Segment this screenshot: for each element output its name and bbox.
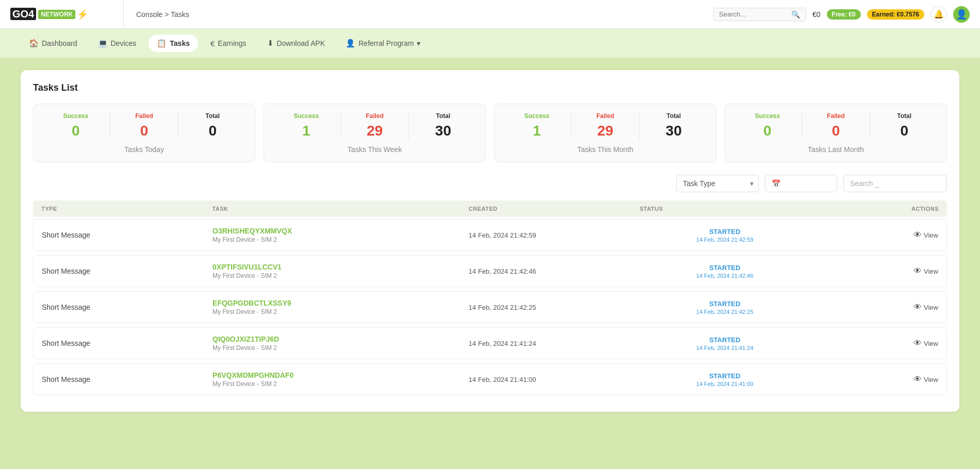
table-row: Short Message P6VQXMDMPGHNDAF0 My First …: [33, 363, 947, 395]
main-content: Tasks List Success 0 Failed 0 Total 0 Ta…: [0, 58, 980, 424]
row-actions-1: 👁 View: [810, 266, 938, 276]
table-header: TYPE TASK CREATED STATUS ACTIONS: [33, 200, 947, 217]
eye-icon: 👁: [913, 230, 922, 240]
row-status-1: STARTED 14 Feb, 2024 21:42:46: [640, 264, 810, 279]
view-button-4[interactable]: 👁 View: [913, 375, 938, 384]
header-search-box[interactable]: 🔍: [713, 8, 806, 21]
task-type-select[interactable]: Task Type Short Message Voice Call: [676, 175, 759, 192]
nav-referral-label: Referral Program: [358, 39, 414, 47]
eye-icon: 👁: [913, 266, 922, 276]
table-body: Short Message O3RHISHEQYXMMVQX My First …: [33, 219, 947, 395]
row-actions-3: 👁 View: [810, 339, 938, 348]
row-created-1: 14 Feb, 2024 21:42:46: [469, 267, 640, 275]
nav-earnings-label: Earnings: [218, 39, 246, 47]
view-label-4: View: [924, 376, 938, 383]
row-created-0: 14 Feb, 2024 21:42:59: [469, 231, 640, 239]
row-created-3: 14 Feb, 2024 21:41:24: [469, 340, 640, 347]
stat-period-this-week: Tasks This Week: [272, 145, 477, 154]
referral-icon: 👤: [346, 39, 355, 48]
chevron-down-icon: ▾: [417, 39, 420, 47]
row-actions-2: 👁 View: [810, 303, 938, 312]
tasks-card: Tasks List Success 0 Failed 0 Total 0 Ta…: [21, 70, 959, 412]
page-title: Tasks List: [33, 82, 947, 93]
stat-failed-today: Failed 0: [110, 112, 179, 139]
eye-icon: 👁: [913, 303, 922, 312]
view-button-2[interactable]: 👁 View: [913, 303, 938, 312]
sidebar-item-tasks[interactable]: 📋 Tasks: [149, 35, 198, 52]
col-status: STATUS: [640, 206, 810, 212]
col-created: CREATED: [469, 206, 640, 212]
logo-network: NETWORK: [38, 10, 75, 19]
tasks-icon: 📋: [157, 39, 167, 48]
row-task-3: QIQ0OJXIZ1TIPJ6D My First Device - SIM 2: [213, 335, 469, 351]
search-icon: 🔍: [791, 10, 800, 19]
row-type-0: Short Message: [42, 231, 213, 239]
row-actions-4: 👁 View: [810, 375, 938, 384]
view-label-1: View: [924, 267, 938, 275]
row-type-3: Short Message: [42, 339, 213, 347]
stat-period-today: Tasks Today: [42, 145, 247, 154]
stat-period-this-month: Tasks This Month: [503, 145, 708, 154]
row-task-2: EFQGPGDBCTLXSSY9 My First Device - SIM 2: [213, 299, 469, 315]
notification-icon[interactable]: 🔔: [930, 6, 947, 23]
sidebar-item-dashboard[interactable]: 🏠 Dashboard: [21, 35, 86, 52]
stat-card-today: Success 0 Failed 0 Total 0 Tasks Today: [33, 104, 255, 162]
date-filter[interactable]: 📅: [765, 175, 837, 192]
stat-failed-last-month: Failed 0: [802, 112, 871, 139]
header-right: 🔍 €0 Free: €0 Earned: €0.7576 🔔 👤: [713, 6, 970, 23]
nav-bar: 🏠 Dashboard 💻 Devices 📋 Tasks € Earnings…: [0, 29, 980, 58]
download-icon: ⬇: [267, 39, 274, 48]
stat-total-today: Total 0: [178, 112, 247, 139]
avatar[interactable]: 👤: [953, 6, 970, 23]
eye-icon: 👁: [913, 375, 922, 384]
calendar-icon: 📅: [772, 179, 780, 188]
stat-card-this-week: Success 1 Failed 29 Total 30 Tasks This …: [264, 104, 486, 162]
nav-download-label: Download APK: [277, 39, 325, 47]
view-label-2: View: [924, 304, 938, 311]
row-task-4: P6VQXMDMPGHNDAF0 My First Device - SIM 2: [213, 371, 469, 388]
view-button-3[interactable]: 👁 View: [913, 339, 938, 348]
header-search-input[interactable]: [719, 10, 791, 18]
view-label-0: View: [924, 231, 938, 239]
logo-text: GO4: [10, 8, 36, 20]
stat-success-last-month: Success 0: [733, 112, 802, 139]
col-actions: ACTIONS: [810, 206, 939, 212]
row-task-1: 0XPTIFSIVU1LCCV1 My First Device - SIM 2: [213, 263, 469, 279]
stats-row: Success 0 Failed 0 Total 0 Tasks Today S…: [33, 104, 947, 162]
stat-period-last-month: Tasks Last Month: [733, 145, 938, 154]
row-task-0: O3RHISHEQYXMMVQX My First Device - SIM 2: [213, 227, 469, 243]
row-status-2: STARTED 14 Feb, 2024 21:42:25: [640, 300, 810, 315]
stat-success-today: Success 0: [42, 112, 110, 139]
earnings-icon: €: [210, 39, 215, 48]
nav-dashboard-label: Dashboard: [42, 39, 77, 47]
devices-icon: 💻: [98, 39, 108, 48]
stat-total-this-week: Total 30: [409, 112, 477, 139]
table-search-input[interactable]: [843, 175, 947, 192]
stat-failed-this-week: Failed 29: [341, 112, 410, 139]
breadcrumb: Console > Tasks: [136, 10, 189, 19]
view-button-0[interactable]: 👁 View: [913, 230, 938, 240]
row-type-1: Short Message: [42, 267, 213, 275]
logo-icon: ⚡: [77, 9, 88, 20]
row-type-4: Short Message: [42, 375, 213, 383]
nav-devices-label: Devices: [111, 39, 137, 47]
row-status-0: STARTED 14 Feb, 2024 21:42:59: [640, 228, 810, 243]
top-header: GO4 NETWORK ⚡ Console > Tasks 🔍 €0 Free:…: [0, 0, 980, 29]
view-label-3: View: [924, 340, 938, 347]
stat-total-this-month: Total 30: [640, 112, 708, 139]
euro-balance: €0: [812, 10, 821, 19]
earned-badge: Earned: €0.7576: [867, 9, 924, 20]
sidebar-item-referral[interactable]: 👤 Referral Program ▾: [337, 35, 429, 52]
sidebar-item-devices[interactable]: 💻 Devices: [90, 35, 145, 52]
task-type-wrapper[interactable]: Task Type Short Message Voice Call: [676, 175, 759, 192]
home-icon: 🏠: [29, 39, 39, 48]
row-type-2: Short Message: [42, 303, 213, 311]
view-button-1[interactable]: 👁 View: [913, 266, 938, 276]
row-created-2: 14 Feb, 2024 21:42:25: [469, 304, 640, 311]
stat-failed-this-month: Failed 29: [571, 112, 640, 139]
sidebar-item-earnings[interactable]: € Earnings: [202, 35, 255, 52]
eye-icon: 👁: [913, 339, 922, 348]
table-row: Short Message O3RHISHEQYXMMVQX My First …: [33, 219, 947, 251]
table-row: Short Message EFQGPGDBCTLXSSY9 My First …: [33, 291, 947, 323]
sidebar-item-download-apk[interactable]: ⬇ Download APK: [259, 35, 333, 52]
